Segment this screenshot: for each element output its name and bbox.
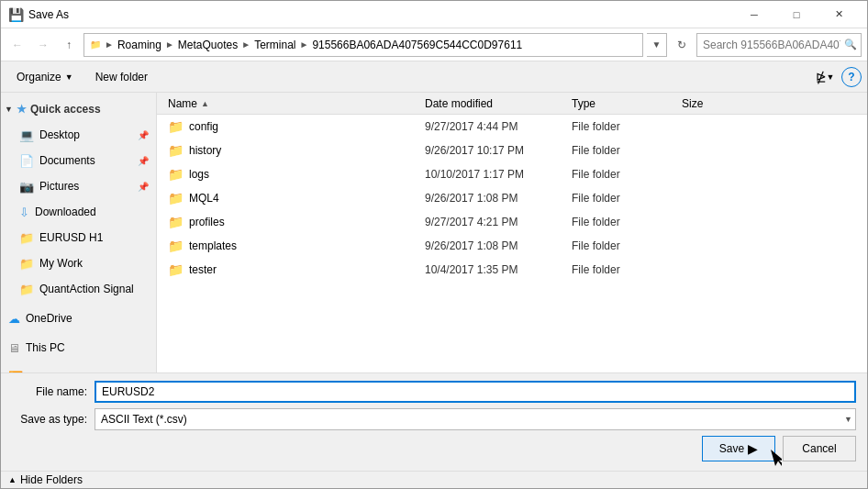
sidebar-quantaction-label: QuantAction Signal — [39, 283, 134, 295]
view-options-button[interactable]: ⋭ ▼ — [812, 65, 838, 89]
pin-icon-docs: 📌 — [138, 156, 149, 166]
help-icon: ? — [848, 71, 854, 83]
quick-access-items: 💻 Desktop 📌 📄 Documents 📌 📷 Pictures 📌 — [1, 122, 156, 302]
table-row[interactable]: 📁 tester 10/4/2017 1:35 PM File folder — [157, 258, 867, 282]
desktop-icon: 💻 — [19, 128, 34, 142]
hide-folders-label: Hide Folders — [20, 473, 83, 486]
new-folder-button[interactable]: New folder — [85, 65, 158, 89]
sidebar-item-mywork[interactable]: 📁 My Work — [8, 250, 156, 276]
documents-icon: 📄 — [19, 154, 34, 168]
file-name-logs: 📁 logs — [161, 167, 417, 182]
file-date-logs: 10/10/2017 1:17 PM — [417, 168, 564, 181]
folder-icon: 📁 — [168, 167, 184, 182]
filename-input[interactable] — [95, 381, 856, 403]
cancel-button[interactable]: Cancel — [783, 436, 856, 461]
save-cursor-icon: ▶ — [748, 441, 758, 456]
dialog-icon: 💾 — [8, 7, 23, 22]
title-bar: 💾 Save As ─ □ ✕ — [1, 1, 867, 28]
file-date-tester: 10/4/2017 1:35 PM — [417, 263, 564, 276]
star-icon: ★ — [17, 103, 27, 116]
bottom-buttons: Save ▶ Cancel — [12, 436, 856, 461]
hide-folders-bar[interactable]: ▲ Hide Folders — [1, 471, 867, 488]
sidebar-item-desktop[interactable]: 💻 Desktop 📌 — [8, 122, 156, 148]
sidebar-item-network[interactable]: 📶 Network — [1, 364, 156, 372]
search-input[interactable] — [703, 39, 840, 51]
sidebar-item-eurusd[interactable]: 📁 EURUSD H1 — [8, 225, 156, 250]
sidebar-item-quantaction[interactable]: 📁 QuantAction Signal — [8, 276, 156, 302]
refresh-button[interactable]: ↻ — [671, 33, 693, 57]
file-date-mql4: 9/26/2017 1:08 PM — [417, 192, 564, 205]
quick-access-group: ▼ ★ Quick access 💻 Desktop 📌 📄 Documents… — [1, 96, 156, 302]
table-row[interactable]: 📁 profiles 9/27/2017 4:21 PM File folder — [157, 210, 867, 234]
path-guid[interactable]: 915566BA06ADA407569C544CC0D97611 — [312, 39, 522, 51]
file-name-config: 📁 config — [161, 119, 417, 134]
window-controls: ─ □ ✕ — [733, 1, 860, 28]
table-row[interactable]: 📁 MQL4 9/26/2017 1:08 PM File folder — [157, 186, 867, 210]
filename-label: File name: — [12, 385, 95, 398]
organize-label: Organize — [17, 71, 61, 83]
savetype-row: Save as type: ASCII Text (*.csv) CSV (*.… — [12, 408, 856, 430]
col-header-type[interactable]: Type — [564, 97, 674, 110]
close-button[interactable]: ✕ — [818, 1, 860, 28]
file-date-config: 9/27/2017 4:44 PM — [417, 120, 564, 133]
quick-access-header[interactable]: ▼ ★ Quick access — [1, 96, 156, 122]
search-box: 🔍 — [696, 33, 862, 57]
folder-icon: 📁 — [168, 119, 184, 134]
sort-arrow-name: ▲ — [201, 99, 209, 108]
onedrive-group: ☁ OneDrive — [1, 306, 156, 331]
file-date-templates: 9/26/2017 1:08 PM — [417, 239, 564, 252]
col-header-size[interactable]: Size — [674, 97, 748, 110]
file-type-mql4: File folder — [564, 192, 674, 205]
sidebar-mywork-label: My Work — [39, 257, 83, 270]
savetype-select[interactable]: ASCII Text (*.csv) CSV (*.csv) Excel (*.… — [95, 408, 856, 430]
dialog-title: Save As — [28, 8, 733, 21]
thispc-group: 🖥 This PC — [1, 335, 156, 361]
folder-icon: 📁 — [168, 143, 184, 158]
file-type-history: File folder — [564, 144, 674, 157]
toolbar-right: ⋭ ▼ ? — [812, 65, 862, 89]
forward-button[interactable]: → — [32, 34, 54, 56]
sidebar: ▼ ★ Quick access 💻 Desktop 📌 📄 Documents… — [1, 93, 157, 372]
file-type-logs: File folder — [564, 168, 674, 181]
sidebar-item-downloaded[interactable]: ⇩ Downloaded — [8, 199, 156, 225]
filename-row: File name: — [12, 381, 856, 403]
back-button[interactable]: ← — [6, 34, 28, 56]
table-row[interactable]: 📁 history 9/26/2017 10:17 PM File folder — [157, 139, 867, 162]
table-row[interactable]: 📁 templates 9/26/2017 1:08 PM File folde… — [157, 234, 867, 258]
col-header-name[interactable]: Name ▲ — [161, 97, 417, 110]
up-button[interactable]: ↑ — [58, 34, 80, 56]
table-row[interactable]: 📁 config 9/27/2017 4:44 PM File folder — [157, 115, 867, 139]
quantaction-folder-icon: 📁 — [19, 283, 34, 296]
maximize-button[interactable]: □ — [775, 1, 818, 28]
file-list: Name ▲ Date modified Type Size 📁 config — [157, 93, 867, 372]
minimize-button[interactable]: ─ — [733, 1, 775, 28]
address-dropdown[interactable]: ▼ — [647, 33, 667, 57]
save-label: Save — [719, 442, 744, 455]
help-button[interactable]: ? — [841, 67, 862, 87]
organize-button[interactable]: Organize ▼ — [6, 65, 83, 89]
file-type-profiles: File folder — [564, 216, 674, 228]
folder-icon: 📁 — [168, 262, 184, 277]
table-row[interactable]: 📁 logs 10/10/2017 1:17 PM File folder — [157, 162, 867, 186]
quick-access-chevron: ▼ — [5, 105, 13, 114]
sidebar-item-pictures[interactable]: 📷 Pictures 📌 — [8, 173, 156, 199]
view-icon: ⋭ — [816, 70, 827, 84]
address-path[interactable]: 📁 ► Roaming ► MetaQuotes ► Terminal ► 91… — [83, 33, 643, 57]
mywork-folder-icon: 📁 — [19, 257, 34, 271]
pin-icon-pics: 📌 — [138, 182, 149, 192]
sidebar-documents-label: Documents — [39, 154, 95, 167]
file-name-history: 📁 history — [161, 143, 417, 158]
path-terminal[interactable]: Terminal — [254, 39, 295, 51]
column-headers: Name ▲ Date modified Type Size — [157, 93, 867, 115]
path-roaming[interactable]: Roaming — [117, 39, 161, 51]
file-type-templates: File folder — [564, 239, 674, 252]
sidebar-desktop-label: Desktop — [39, 128, 80, 141]
save-button[interactable]: Save ▶ — [702, 436, 775, 461]
hide-folders-chevron: ▲ — [8, 475, 17, 484]
col-header-date[interactable]: Date modified — [417, 97, 564, 110]
sidebar-item-documents[interactable]: 📄 Documents 📌 — [8, 148, 156, 173]
sidebar-item-onedrive[interactable]: ☁ OneDrive — [1, 306, 156, 331]
path-metaquotes[interactable]: MetaQuotes — [178, 39, 238, 51]
file-name-mql4: 📁 MQL4 — [161, 191, 417, 206]
sidebar-item-thispc[interactable]: 🖥 This PC — [1, 335, 156, 361]
